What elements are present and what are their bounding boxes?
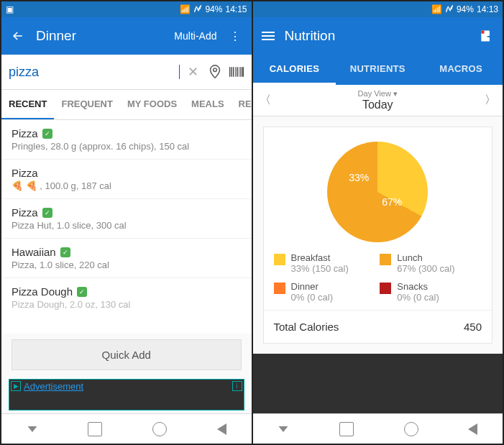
legend-sub: 0% (0 cal) [291,292,334,303]
clock: 14:15 [225,4,247,14]
legend: Breakfast33% (150 cal) Lunch67% (300 cal… [274,252,482,303]
system-nav [1,413,252,444]
battery-icon: 🗲 [445,4,454,14]
system-nav [253,413,503,444]
tab-macros[interactable]: MACROS [419,55,503,85]
wifi-icon: 📶 [180,4,191,14]
tab-my-foods[interactable]: MY FOODS [120,90,184,119]
nav-recent-icon[interactable] [88,422,102,436]
quick-add-button[interactable]: Quick Add [12,339,242,370]
food-tabs: RECENT FREQUENT MY FOODS MEALS RE [1,90,252,120]
nav-home-icon[interactable] [152,422,167,436]
nav-back-icon[interactable] [468,423,477,435]
food-detail: Pizza, 1.0 slice, 220 cal [12,260,242,270]
ad-info-icon[interactable]: i [232,381,242,391]
tab-recipes[interactable]: RE [232,90,252,119]
nutrition-screen: 📶 🗲 94% 14:13 Nutrition CALORIES NUTRIEN… [253,1,503,444]
wifi-icon: 📶 [431,4,442,14]
food-detail: Pizza Hut, 1.0 slice, 300 cal [12,220,242,231]
legend-label: Lunch [397,252,454,263]
next-day-icon[interactable]: 〉 [482,93,498,109]
image-icon: ▣ [6,4,14,14]
tab-meals[interactable]: MEALS [184,90,232,119]
tab-recent[interactable]: RECENT [1,90,54,119]
verified-icon: ✓ [60,247,70,257]
list-item[interactable]: Pizza Dough✓ Pizza Dough, 2.0 oz, 130 ca… [1,278,252,317]
nav-back-icon[interactable] [217,423,226,435]
pie-pct-breakfast: 33% [349,172,369,183]
total-row: Total Calories 450 [264,310,492,343]
location-icon[interactable] [207,64,223,80]
search-field[interactable] [9,65,180,80]
multi-add-button[interactable]: Multi-Add [174,30,216,42]
verified-icon: ✓ [77,287,87,297]
legend-breakfast: Breakfast33% (150 cal) [274,252,376,274]
swatch-icon [380,254,391,265]
status-bar: 📶 🗲 94% 14:13 [253,1,503,17]
view-mode: Day View ▾ [273,89,483,98]
date-display[interactable]: Day View ▾ Today [273,89,483,111]
list-item[interactable]: Pizza✓ Pizza Hut, 1.0 slice, 300 cal [1,199,252,239]
ad-space [253,354,503,413]
food-list: Pizza✓ Pringles, 28.0 g (approx. 16 chip… [1,120,252,334]
clear-icon[interactable]: ✕ [185,64,201,80]
pie-pct-lunch: 67% [382,196,402,208]
food-name: Pizza Dough [12,285,73,298]
export-icon[interactable] [478,28,494,44]
battery-icon: 🗲 [193,4,202,14]
ad-label: Advertisement [24,381,83,392]
list-item[interactable]: Hawaiian✓ Pizza, 1.0 slice, 220 cal [1,239,252,278]
legend-snacks: Snacks0% (0 cal) [380,281,482,303]
nav-recent-icon[interactable] [339,422,354,436]
list-item[interactable]: Pizza✓ Pringles, 28.0 g (approx. 16 chip… [1,120,252,160]
legend-label: Snacks [397,281,439,292]
pie-chart: 33% 67% [327,142,428,242]
verified-icon: ✓ [42,208,52,218]
food-name: Pizza [12,206,38,219]
swatch-icon [274,254,285,265]
swatch-icon [380,283,391,294]
dinner-screen: ▣ 📶 🗲 94% 14:15 Dinner Multi-Add ⋮ ✕ REC… [1,1,253,444]
overflow-icon[interactable]: ⋮ [227,28,243,44]
calories-card: 33% 67% Breakfast33% (150 cal) Lunch67% … [263,127,493,344]
date-label: Today [273,98,483,111]
app-bar: Dinner Multi-Add ⋮ [1,17,252,55]
nutrition-tabs: CALORIES NUTRIENTS MACROS [253,55,503,85]
tab-calories[interactable]: CALORIES [253,55,336,85]
legend-sub: 67% (300 cal) [397,263,454,274]
app-bar: Nutrition [253,17,503,55]
verified-icon: ✓ [42,129,52,139]
search-input[interactable] [9,59,180,85]
food-detail: 🍕 🍕 , 100.0 g, 187 cal [12,180,242,191]
page-title: Nutrition [285,28,336,44]
food-name: Pizza [12,167,38,179]
legend-sub: 0% (0 cal) [397,292,439,303]
total-label: Total Calories [274,321,339,333]
date-selector: 〈 Day View ▾ Today 〉 [253,85,503,116]
page-title: Dinner [36,28,76,44]
search-row: ✕ [1,55,252,90]
legend-label: Breakfast [291,252,349,263]
prev-day-icon[interactable]: 〈 [257,93,273,109]
tab-nutrients[interactable]: NUTRIENTS [336,55,419,85]
swatch-icon [274,283,285,294]
food-detail: Pizza Dough, 2.0 oz, 130 cal [12,299,242,310]
food-name: Hawaiian [12,246,56,258]
svg-point-0 [213,68,216,72]
nav-home-icon[interactable] [404,422,418,436]
nav-down-icon[interactable] [279,426,288,432]
legend-sub: 33% (150 cal) [291,263,349,274]
clock: 14:13 [477,4,498,14]
tab-frequent[interactable]: FREQUENT [54,90,120,119]
status-bar: ▣ 📶 🗲 94% 14:15 [1,1,252,17]
menu-icon[interactable] [262,29,275,42]
food-name: Pizza [12,127,38,139]
legend-dinner: Dinner0% (0 cal) [274,281,376,303]
nav-down-icon[interactable] [27,426,37,432]
back-icon[interactable] [10,28,26,44]
legend-label: Dinner [291,281,334,292]
barcode-icon[interactable] [229,64,244,80]
ad-play-icon: ▶ [11,381,21,391]
list-item[interactable]: Pizza 🍕 🍕 , 100.0 g, 187 cal [1,160,252,199]
ad-banner[interactable]: ▶ Advertisement i [9,379,244,410]
